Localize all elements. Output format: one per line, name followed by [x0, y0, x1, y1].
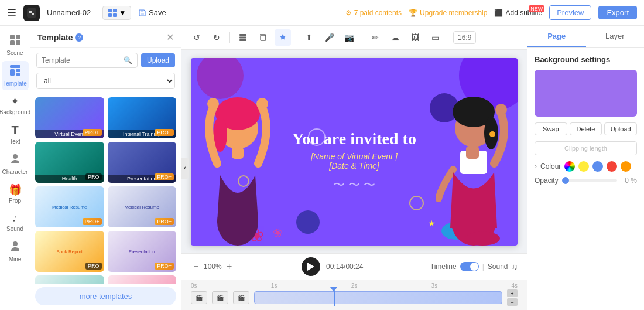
export-button[interactable]: Export — [598, 6, 637, 19]
tab-page[interactable]: Page — [527, 26, 586, 47]
bg-preview — [535, 70, 637, 117]
timeline-clip-thumb-3[interactable]: 🎬 — [233, 291, 249, 304]
topbar: ☰ Unnamed-02 ▼ Save ⚙ 7 paid contents 🏆 … — [0, 0, 644, 26]
timeline-clip-thumb-2[interactable]: 🎬 — [212, 291, 228, 304]
upload-button[interactable]: Upload — [141, 53, 175, 67]
colour-swatch-orange[interactable] — [621, 161, 631, 172]
sidebar-item-background[interactable]: ✦ Background — [2, 91, 29, 119]
playback-time: 00:14/00:24 — [326, 263, 363, 271]
template-thumb-2[interactable]: Internal Training PRO+ — [108, 97, 177, 138]
pro-badge-6: PRO+ — [155, 218, 174, 225]
ruler-3s: 3s — [431, 282, 438, 289]
colour-row: › Colour — [535, 161, 637, 172]
panel-search-box[interactable]: 🔍 — [36, 53, 138, 68]
filter-select[interactable]: all Business Education Medical Marketing — [36, 73, 175, 89]
colour-expand-icon[interactable]: › — [535, 162, 537, 171]
template-thumb-6[interactable]: Medical Resume PRO+ — [108, 186, 177, 227]
svg-rect-19 — [239, 39, 246, 41]
redo-button[interactable]: ↻ — [208, 29, 225, 46]
prop-icon: 🎁 — [9, 183, 22, 196]
colour-swatch-red[interactable] — [607, 161, 617, 172]
template-thumb-4[interactable]: Presentation PRO+ — [108, 142, 177, 183]
swap-button[interactable]: Swap — [535, 122, 567, 135]
tab-layer[interactable]: Layer — [586, 26, 645, 47]
panel-search-row: 🔍 Upload — [30, 48, 181, 73]
tool-dropdown-arrow: ▼ — [119, 9, 126, 17]
sidebar-item-sound[interactable]: ♪ Sound — [2, 209, 29, 236]
more-templates-button[interactable]: more templates — [35, 287, 176, 305]
panel-header: Template ? ✕ — [30, 26, 181, 48]
layers-button[interactable] — [235, 29, 251, 46]
timeline-remove-button[interactable]: − — [507, 298, 518, 306]
pen-button[interactable]: ✏ — [367, 29, 383, 46]
sidebar-item-prop[interactable]: 🎁 Prop — [2, 180, 29, 207]
playback-zoom: − 100% + — [191, 261, 235, 272]
sidebar-item-sound-label: Sound — [6, 226, 23, 232]
shape-button[interactable]: ▭ — [427, 29, 443, 46]
ruler-2s: 2s — [351, 282, 358, 289]
character-icon — [9, 153, 21, 168]
colour-swatch-yellow[interactable] — [578, 161, 589, 172]
template-thumb-7[interactable]: Book Report PRO — [35, 231, 104, 272]
sidebar-item-text[interactable]: T Text — [2, 120, 29, 148]
sidebar-item-scene[interactable]: Scene — [2, 30, 29, 60]
svg-rect-1 — [108, 9, 112, 12]
svg-point-36 — [465, 231, 500, 246]
playhead-marker — [330, 287, 337, 292]
canvas-wrapper[interactable]: ❀ ❀ ★ — [191, 58, 518, 246]
undo-button[interactable]: ↺ — [189, 29, 205, 46]
style-button[interactable] — [275, 29, 291, 46]
bg-upload-button[interactable]: Upload — [604, 122, 637, 135]
search-input[interactable] — [42, 56, 121, 64]
delete-button[interactable]: Delete — [570, 122, 602, 135]
timeline-toggle[interactable] — [460, 262, 479, 271]
playhead — [334, 291, 335, 306]
preview-button[interactable]: Preview — [549, 5, 591, 20]
sidebar-item-character[interactable]: Character — [2, 149, 29, 179]
add-subtitle-button[interactable]: ⬛ Add subtitle NEW — [494, 9, 542, 17]
mic-button[interactable]: 🎤 — [321, 29, 337, 46]
template-panel: Template ? ✕ 🔍 Upload all Business Educa… — [30, 26, 181, 310]
timeline-ruler: 0s 1s 2s 3s 4s — [181, 280, 527, 289]
panel-close-button[interactable]: ✕ — [166, 32, 174, 43]
timeline-clip-thumb-1[interactable]: 🎬 — [191, 291, 207, 304]
upload-media-button[interactable]: ⬆ — [301, 29, 317, 46]
zoom-in-button[interactable]: + — [224, 261, 235, 272]
template-thumb-1[interactable]: Virtual Event PRO+ — [35, 97, 104, 138]
colour-swatch-blue[interactable] — [592, 161, 603, 172]
sidebar-item-template[interactable]: Template — [2, 61, 29, 90]
ruler-0s: 0s — [191, 282, 197, 289]
cloud-button[interactable]: ☁ — [387, 29, 403, 46]
sidebar-item-background-label: Background — [0, 109, 30, 115]
template-thumb-9[interactable]: Online Course PRO+ — [35, 275, 104, 284]
play-button[interactable] — [302, 257, 320, 276]
timeline-add-button[interactable]: + — [507, 289, 518, 297]
sidebar-item-mine[interactable]: Mine — [2, 237, 29, 266]
opacity-slider[interactable] — [562, 179, 617, 182]
template-thumb-8[interactable]: Presentation PRO+ — [108, 231, 177, 272]
panel-collapse-button[interactable]: ‹ — [181, 158, 189, 179]
canvas-date: [Date & Time] — [292, 161, 416, 170]
tool-dropdown-btn[interactable]: ▼ — [102, 6, 131, 20]
video-button[interactable]: 📷 — [341, 29, 357, 46]
timeline-main-clip[interactable] — [254, 291, 502, 304]
colour-swatch-rainbow[interactable] — [564, 161, 575, 172]
template-thumb-5[interactable]: Medical Resume PRO+ — [35, 186, 104, 227]
upgrade-button[interactable]: 🏆 Upgrade membership — [409, 9, 487, 17]
copy-button[interactable] — [255, 29, 271, 46]
template-thumb-10[interactable]: Training PRO+ — [108, 275, 177, 284]
save-button[interactable]: Save — [138, 8, 166, 17]
zoom-out-button[interactable]: − — [191, 261, 201, 272]
menu-icon[interactable]: ☰ — [7, 6, 16, 19]
filename[interactable]: Unnamed-02 — [47, 8, 91, 17]
timeline-right-controls: + − — [507, 289, 518, 306]
svg-point-25 — [207, 98, 219, 110]
clipping-length[interactable]: Clipping length — [535, 141, 637, 155]
svg-rect-0 — [27, 8, 36, 18]
canvas-text-overlay[interactable]: You are invited to [Name of Virtual Even… — [292, 129, 416, 170]
image-button[interactable]: 🖼 — [407, 29, 423, 46]
sidebar-item-template-label: Template — [3, 80, 27, 87]
character-left — [203, 81, 273, 246]
template-thumb-3[interactable]: Health PRO — [35, 142, 104, 183]
svg-rect-27 — [232, 147, 244, 159]
